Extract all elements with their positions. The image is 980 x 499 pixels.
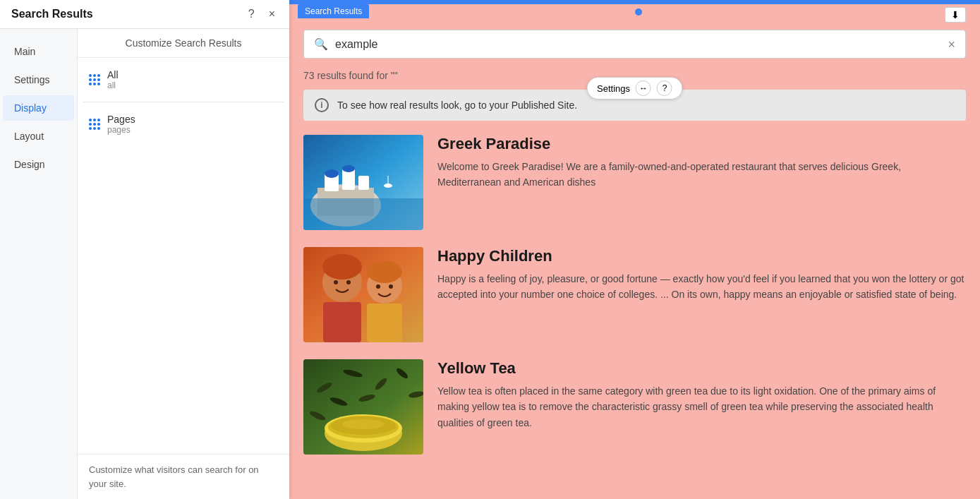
panel-header-icons: ? ×: [246, 7, 278, 21]
tab-label[interactable]: Search Results: [298, 4, 369, 18]
svg-point-19: [389, 284, 393, 289]
svg-point-6: [325, 169, 339, 178]
left-panel: Search Results ? × Main Settings Display…: [0, 0, 289, 499]
result-title-greek: Greek Paradise: [437, 135, 966, 153]
sidebar-item-design[interactable]: Design: [3, 152, 74, 177]
grid-icon-pages: [89, 119, 100, 130]
result-title-children: Happy Children: [437, 247, 966, 265]
svg-point-9: [384, 184, 392, 188]
result-item-children: Happy Children Happy is a feeling of joy…: [303, 247, 966, 342]
result-info-greek: Greek Paradise Welcome to Greek Paradise…: [437, 135, 966, 191]
svg-point-35: [342, 419, 385, 429]
content-item-all[interactable]: All all: [83, 64, 284, 96]
result-desc-greek: Welcome to Greek Paradise! We are a fami…: [437, 159, 966, 191]
sidebar-item-settings[interactable]: Settings: [3, 67, 74, 92]
svg-point-17: [346, 280, 351, 284]
info-banner-text: To see how real results look, go to your…: [337, 100, 577, 111]
sidebar-nav: Main Settings Display Layout Design: [0, 29, 78, 499]
content-item-pages-text: Pages pages: [107, 114, 135, 135]
preview-area: Search Results ⬇ 🔍 example × 73 results …: [289, 0, 980, 499]
svg-rect-8: [303, 198, 423, 230]
tab-controls: ⬇: [945, 7, 966, 23]
result-info-tea: Yellow Tea Yellow tea is often placed in…: [437, 359, 966, 431]
svg-point-18: [376, 284, 380, 289]
search-bar: 🔍 example ×: [303, 30, 966, 59]
content-list: All all Pages pages: [78, 58, 289, 454]
panel-body: Main Settings Display Layout Design Cust…: [0, 29, 289, 499]
arrows-icon[interactable]: ↔: [636, 80, 651, 96]
grid-icon-all: [89, 74, 100, 85]
content-divider: [83, 102, 284, 102]
result-item-tea: Yellow Tea Yellow tea is often placed in…: [303, 359, 966, 455]
result-thumb-children: [303, 247, 423, 342]
search-input-value[interactable]: example: [335, 38, 948, 51]
panel-content: Customize Search Results All all: [78, 29, 289, 499]
result-thumb-tea: [303, 359, 423, 455]
search-icon: 🔍: [314, 37, 328, 51]
question-icon[interactable]: ?: [657, 80, 672, 96]
svg-point-7: [342, 165, 355, 172]
panel-title: Search Results: [11, 8, 93, 20]
info-banner: Settings ↔ ? i To see how real results l…: [303, 90, 966, 121]
result-item-greek: Greek Paradise Welcome to Greek Paradise…: [303, 135, 966, 230]
tab-bar: Search Results ⬇: [289, 4, 980, 18]
svg-point-15: [367, 260, 402, 283]
content-item-all-text: All all: [107, 69, 119, 90]
sidebar-item-main[interactable]: Main: [3, 39, 74, 64]
close-button[interactable]: ×: [266, 7, 278, 21]
content-item-all-name: All: [107, 69, 119, 80]
sidebar-item-layout[interactable]: Layout: [3, 124, 74, 149]
sidebar-item-display[interactable]: Display: [3, 95, 74, 121]
svg-point-16: [334, 280, 338, 284]
settings-pill[interactable]: Settings ↔ ?: [586, 77, 683, 100]
svg-rect-21: [367, 303, 402, 342]
svg-rect-11: [303, 247, 423, 342]
preview-content: 🔍 example × 73 results found for "" Sett…: [289, 18, 980, 499]
info-icon: i: [315, 98, 329, 112]
content-item-pages-sub: pages: [107, 125, 135, 135]
svg-point-13: [322, 254, 362, 279]
tab-dot: [635, 8, 642, 16]
search-clear-button[interactable]: ×: [948, 38, 955, 51]
panel-header: Search Results ? ×: [0, 0, 289, 29]
content-item-all-sub: all: [107, 80, 119, 90]
result-title-tea: Yellow Tea: [437, 359, 966, 378]
results-list: Greek Paradise Welcome to Greek Paradise…: [303, 135, 966, 455]
svg-rect-5: [358, 176, 369, 190]
help-button[interactable]: ?: [246, 7, 258, 21]
settings-pill-label: Settings: [597, 83, 630, 94]
result-thumb-greek: [303, 135, 423, 230]
content-item-pages[interactable]: Pages pages: [83, 108, 284, 140]
customize-header: Customize Search Results: [78, 29, 289, 58]
result-desc-tea: Yellow tea is often placed in the same c…: [437, 383, 966, 431]
result-info-children: Happy Children Happy is a feeling of joy…: [437, 247, 966, 303]
result-desc-children: Happy is a feeling of joy, pleasure, or …: [437, 271, 966, 303]
content-item-pages-name: Pages: [107, 114, 135, 125]
download-button[interactable]: ⬇: [945, 7, 966, 23]
svg-rect-20: [323, 302, 361, 342]
panel-footer: Customize what visitors can search for o…: [78, 454, 289, 499]
